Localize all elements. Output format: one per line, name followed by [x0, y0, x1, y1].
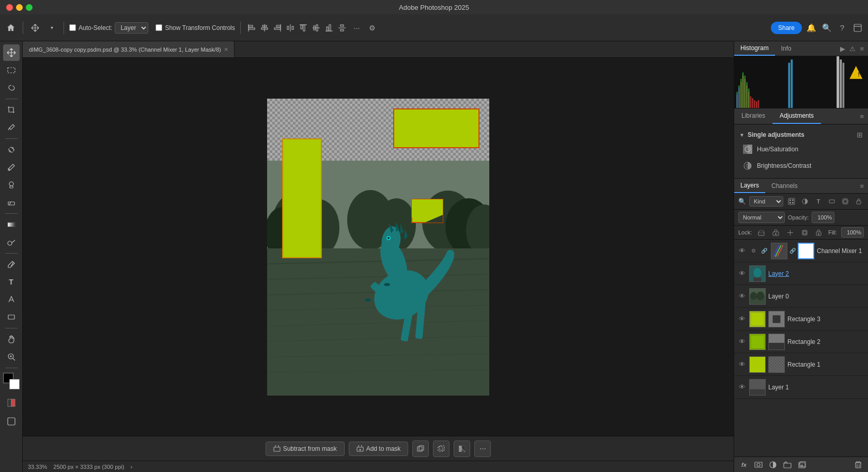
mask-invert-button[interactable]: [454, 440, 470, 457]
hue-saturation-item[interactable]: Hue/Saturation: [738, 141, 864, 158]
filter-lock-icon[interactable]: [854, 196, 864, 207]
settings-icon[interactable]: ⚙: [366, 23, 379, 33]
canvas-wrapper[interactable]: [23, 58, 734, 436]
layers-menu-btn[interactable]: ≡: [859, 181, 865, 191]
histogram-tab[interactable]: Histogram: [734, 41, 775, 56]
delete-layer-btn[interactable]: [853, 459, 864, 470]
adj-grid-icon[interactable]: ⊞: [857, 131, 863, 139]
filter-smartobj-icon[interactable]: [840, 196, 850, 207]
layer-row-layer0[interactable]: 👁 Layer 0: [734, 285, 868, 308]
layers-tab[interactable]: Layers: [734, 179, 765, 193]
search-icon[interactable]: 🔍: [820, 22, 833, 34]
add-group-btn[interactable]: [782, 459, 793, 470]
add-mask-btn[interactable]: [753, 459, 764, 470]
layer-row-layer1[interactable]: 👁 Layer 1: [734, 376, 868, 399]
tab-close[interactable]: ×: [224, 45, 228, 53]
subtract-from-mask-button[interactable]: Subtract from mask: [266, 442, 345, 456]
adj-menu-btn[interactable]: ≡: [859, 112, 865, 121]
histogram-play-btn[interactable]: ▶: [839, 44, 846, 54]
channels-tab[interactable]: Channels: [765, 179, 804, 193]
add-to-mask-button[interactable]: Add to mask: [349, 442, 409, 456]
filter-shape-icon[interactable]: [827, 196, 837, 207]
minimize-button[interactable]: [16, 4, 23, 11]
share-button[interactable]: Share: [771, 22, 802, 34]
patch-tool[interactable]: [3, 141, 20, 158]
layer-visibility-layer2[interactable]: 👁: [737, 269, 747, 278]
dodge-tool[interactable]: [3, 234, 20, 250]
lock-artboard-btn[interactable]: [799, 227, 810, 238]
align-bottom[interactable]: [323, 22, 335, 34]
mask-more[interactable]: ···: [474, 440, 491, 457]
layer-row-rect1[interactable]: 👁 Rectangle 1: [734, 353, 868, 376]
rectangular-marquee-tool[interactable]: [3, 62, 20, 78]
adj-section-header[interactable]: ▼ Single adjustments ⊞: [738, 129, 864, 141]
clone-stamp-tool[interactable]: [3, 177, 20, 193]
layer-visibility-layer1[interactable]: 👁: [737, 383, 747, 392]
layer-visibility-layer0[interactable]: 👁: [737, 292, 747, 301]
opacity-input[interactable]: [812, 212, 834, 223]
fill-input[interactable]: [841, 227, 864, 238]
histogram-warning-btn[interactable]: ⚠: [848, 44, 857, 54]
adjustments-tab[interactable]: Adjustments: [772, 108, 821, 124]
lock-all-btn[interactable]: [814, 227, 824, 238]
screen-mode[interactable]: [3, 413, 20, 430]
workspace-icon[interactable]: [851, 22, 864, 34]
libraries-tab[interactable]: Libraries: [734, 108, 772, 124]
layer-visibility-rect1[interactable]: 👁: [737, 360, 747, 369]
transform-controls-checkbox[interactable]: [156, 24, 162, 31]
quick-mask-mode[interactable]: [3, 395, 20, 411]
filter-type-icon[interactable]: T: [813, 196, 824, 207]
help-icon[interactable]: ?: [836, 22, 848, 34]
move-tool-icon[interactable]: [28, 21, 42, 35]
gradient-tool[interactable]: [3, 216, 20, 233]
lasso-tool[interactable]: [3, 80, 20, 96]
lock-transparent-btn[interactable]: [756, 227, 766, 238]
more-options[interactable]: ···: [351, 23, 363, 33]
brightness-contrast-item[interactable]: Brightness/Contrast: [738, 158, 864, 174]
lock-image-btn[interactable]: [770, 227, 781, 238]
layer-dropdown[interactable]: Layer: [115, 22, 148, 34]
eyedropper-tool[interactable]: [3, 119, 20, 136]
crop-tool[interactable]: [3, 102, 20, 118]
layer-row-layer2[interactable]: 👁 Layer 2: [734, 262, 868, 285]
layer-visibility-channel-mixer[interactable]: 👁: [737, 246, 747, 256]
blend-mode-dropdown[interactable]: Normal: [738, 212, 785, 223]
close-button[interactable]: [6, 4, 13, 11]
distribute-h[interactable]: [285, 22, 296, 34]
lock-position-btn[interactable]: [785, 227, 795, 238]
add-adj-btn[interactable]: [767, 459, 779, 470]
eraser-tool[interactable]: [3, 194, 20, 211]
align-left[interactable]: [246, 22, 257, 34]
move-tool[interactable]: [3, 44, 20, 61]
align-middle[interactable]: [311, 22, 322, 34]
text-tool[interactable]: T: [3, 274, 20, 290]
align-right[interactable]: [272, 22, 283, 34]
align-top[interactable]: [298, 22, 309, 34]
color-swatches[interactable]: [3, 373, 20, 389]
histogram-menu-btn[interactable]: ≡: [859, 44, 865, 54]
pen-tool[interactable]: [3, 256, 20, 273]
rectangle-tool[interactable]: [3, 309, 20, 325]
path-select-tool[interactable]: [3, 291, 20, 308]
layer-fx-btn[interactable]: fx: [738, 459, 750, 470]
kind-dropdown[interactable]: Kind: [749, 196, 783, 207]
notification-icon[interactable]: 🔔: [805, 22, 817, 34]
background-color[interactable]: [9, 379, 20, 389]
zoom-level[interactable]: 33.33%: [28, 464, 47, 470]
mask-exclude-button[interactable]: [433, 440, 450, 457]
zoom-tool[interactable]: [3, 349, 20, 365]
layer-visibility-rect2[interactable]: 👁: [737, 337, 747, 347]
align-center-h[interactable]: [259, 22, 270, 34]
layer-visibility-rect3[interactable]: 👁: [737, 314, 747, 324]
add-layer-btn[interactable]: [796, 459, 808, 470]
distribute-v[interactable]: [336, 22, 348, 34]
info-tab[interactable]: Info: [775, 42, 798, 55]
mask-intersect-button[interactable]: [412, 440, 429, 457]
filter-adj-icon[interactable]: [800, 196, 810, 207]
brush-tool[interactable]: [3, 159, 20, 176]
home-icon[interactable]: [4, 21, 18, 35]
maximize-button[interactable]: [26, 4, 33, 11]
move-tool-arrow[interactable]: ▾: [45, 21, 58, 35]
auto-select-checkbox[interactable]: [69, 24, 76, 31]
hand-tool[interactable]: [3, 331, 20, 348]
